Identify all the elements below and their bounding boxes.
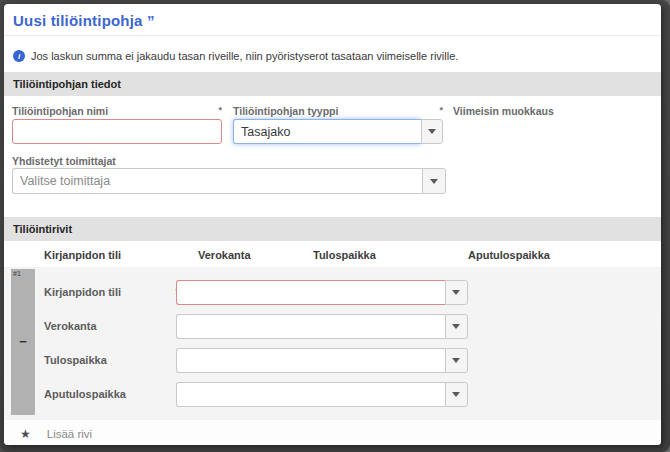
type-field-label: Tiliöintipohjan tyyppi *	[233, 105, 443, 117]
section-rows-header: Tiliöintirivit	[4, 217, 661, 241]
column-header-account: Kirjanpidon tili	[44, 249, 121, 261]
page-title: Uusi tiliöintipohja ”	[13, 12, 155, 29]
row-account-dropdown-button[interactable]	[445, 280, 468, 305]
suppliers-dropdown-button[interactable]	[422, 168, 446, 194]
suppliers-input[interactable]	[12, 168, 422, 194]
info-icon: i	[13, 50, 25, 62]
column-header-sub-center: Aputulospaikka	[468, 249, 550, 261]
chevron-down-icon	[452, 392, 460, 397]
add-row-star-icon: ★	[20, 427, 31, 441]
chevron-down-icon	[430, 179, 438, 184]
chevron-down-icon	[452, 290, 460, 295]
row-vat-dropdown-button[interactable]	[445, 314, 468, 339]
template-name-input[interactable]	[12, 119, 222, 144]
row-account-label: Kirjanpidon tili *	[44, 286, 179, 298]
row-profit-center-combobox	[176, 348, 468, 373]
row-sub-center-input[interactable]	[176, 382, 445, 407]
last-modified-label: Viimeisin muokkaus	[453, 105, 653, 117]
chevron-down-icon	[452, 324, 460, 329]
required-asterisk: *	[435, 105, 443, 117]
template-type-dropdown-button[interactable]	[421, 119, 443, 144]
row-profit-center-input[interactable]	[176, 348, 445, 373]
row-sub-center-combobox	[176, 382, 468, 407]
column-header-vat: Verokanta	[198, 249, 251, 261]
info-banner: i Jos laskun summa ei jakaudu tasan rive…	[4, 36, 661, 72]
row-profit-center-dropdown-button[interactable]	[445, 348, 468, 373]
row-account-input[interactable]	[176, 280, 445, 305]
page: Uusi tiliöintipohja ” i Jos laskun summa…	[4, 4, 661, 445]
row-sub-center-dropdown-button[interactable]	[445, 382, 468, 407]
column-header-profit-center: Tulospaikka	[313, 249, 376, 261]
details-form: Tiliöintipohjan nimi * Tiliöintipohjan t…	[4, 96, 661, 217]
name-field-label: Tiliöintipohjan nimi *	[12, 105, 222, 117]
row-handle[interactable]: #1 −	[11, 269, 35, 415]
row-vat-input[interactable]	[176, 314, 445, 339]
row-sub-center-label: Aputulospaikka	[44, 388, 179, 400]
remove-row-button[interactable]: −	[11, 333, 35, 351]
chevron-down-icon	[428, 129, 436, 134]
chevron-down-icon	[452, 358, 460, 363]
row-profit-center-label: Tulospaikka	[44, 354, 179, 366]
rows-table-header: Kirjanpidon tili Verokanta Tulospaikka A…	[4, 241, 661, 267]
suppliers-field-label: Yhdistetyt toimittajat	[12, 155, 222, 167]
row-vat-combobox	[176, 314, 468, 339]
add-row-label: Lisää rivi	[47, 428, 92, 440]
rows-table: #1 − Kirjanpidon tili * Verokanta Tulosp…	[4, 267, 661, 420]
row-number-badge: #1	[13, 270, 21, 277]
add-row-button[interactable]: ★ Lisää rivi	[4, 420, 661, 445]
row-vat-label: Verokanta	[44, 320, 179, 332]
page-header: Uusi tiliöintipohja ”	[4, 4, 661, 36]
row-account-combobox	[176, 280, 468, 305]
info-banner-text: Jos laskun summa ei jakaudu tasan riveil…	[31, 50, 458, 62]
template-type-input[interactable]	[233, 119, 421, 144]
suppliers-combobox	[12, 168, 446, 194]
template-type-combobox	[233, 119, 443, 144]
required-asterisk: *	[214, 105, 222, 117]
section-details-header: Tiliöintipohjan tiedot	[4, 72, 661, 96]
